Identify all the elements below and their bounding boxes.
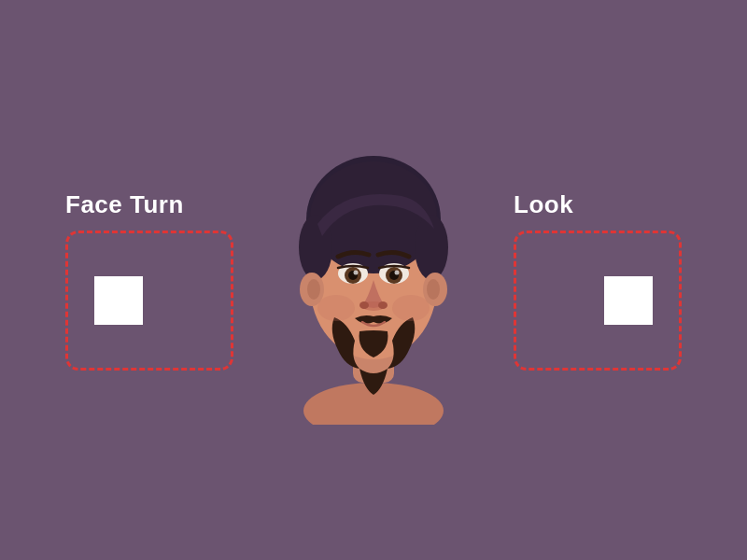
face-turn-label: Face Turn xyxy=(65,190,184,219)
svg-point-23 xyxy=(392,295,430,321)
face-svg xyxy=(271,135,476,425)
svg-point-20 xyxy=(359,301,369,309)
look-control: Look xyxy=(514,190,682,371)
look-square xyxy=(604,276,653,325)
svg-point-22 xyxy=(317,295,355,321)
svg-point-9 xyxy=(307,279,320,300)
svg-point-21 xyxy=(378,301,388,309)
svg-point-10 xyxy=(427,279,440,300)
svg-point-17 xyxy=(354,271,359,275)
look-box[interactable] xyxy=(514,231,682,371)
face-turn-box[interactable] xyxy=(65,231,233,371)
svg-point-18 xyxy=(395,271,400,275)
face-turn-square xyxy=(94,276,143,325)
face-turn-control: Face Turn xyxy=(65,190,233,371)
main-scene: Face Turn xyxy=(0,0,747,560)
face-illustration xyxy=(271,131,476,429)
look-label: Look xyxy=(514,190,573,219)
